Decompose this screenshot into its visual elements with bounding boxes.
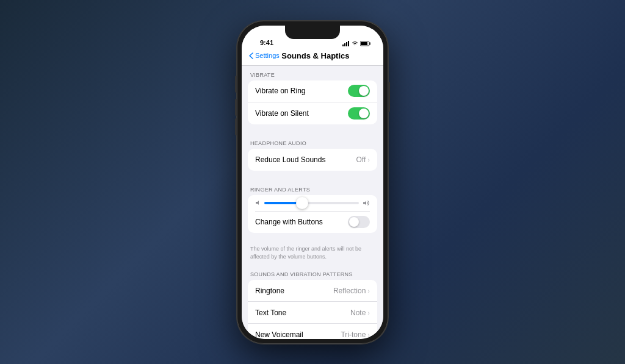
back-chevron-icon [249, 52, 253, 59]
svg-rect-1 [344, 43, 345, 46]
battery-icon [360, 41, 371, 46]
ringtone-value: Reflection [333, 287, 366, 295]
vibrate-silent-label: Vibrate on Silent [255, 109, 348, 118]
vibrate-silent-row[interactable]: Vibrate on Silent [248, 102, 377, 124]
text-tone-value: Note [350, 309, 366, 317]
change-buttons-row[interactable]: Change with Buttons [248, 211, 377, 233]
reduce-loud-row[interactable]: Reduce Loud Sounds Off › [248, 149, 377, 171]
new-voicemail-row[interactable]: New Voicemail Tri-tone › [248, 324, 377, 338]
change-buttons-toggle[interactable] [348, 216, 370, 228]
text-tone-chevron: › [367, 309, 370, 316]
ringer-section-header: RINGER AND ALERTS [242, 180, 383, 195]
svg-rect-3 [348, 41, 349, 46]
phone-screen: 9:41 [242, 26, 383, 339]
vibrate-ring-label: Vibrate on Ring [255, 87, 348, 95]
vibrate-silent-toggle[interactable] [348, 107, 370, 120]
toggle-thumb [349, 217, 359, 227]
nav-bar: Settings Sounds & Haptics [242, 49, 383, 66]
volume-low-icon [255, 200, 261, 205]
svg-rect-5 [361, 42, 367, 45]
new-voicemail-chevron: › [367, 331, 370, 338]
signal-icon [342, 41, 350, 46]
vibrate-section-header: VIBRATE [242, 66, 383, 80]
sounds-group: Ringtone Reflection › Text Tone Note › N… [248, 280, 377, 338]
text-tone-row[interactable]: Text Tone Note › [248, 302, 377, 324]
ringer-slider-row [248, 195, 377, 211]
svg-rect-2 [346, 42, 347, 46]
ringer-group: Change with Buttons [248, 195, 377, 234]
reduce-loud-chevron: › [367, 156, 370, 163]
status-icons [342, 41, 371, 46]
text-tone-label: Text Tone [255, 309, 350, 317]
ringer-slider-track[interactable] [264, 202, 359, 204]
vibrate-ring-toggle[interactable] [348, 85, 370, 97]
phone-notch [285, 26, 340, 39]
headphone-section-header: HEADPHONE AUDIO [242, 134, 383, 149]
reduce-loud-label: Reduce Loud Sounds [255, 155, 356, 164]
headphone-group: Reduce Loud Sounds Off › [248, 149, 377, 171]
change-buttons-label: Change with Buttons [255, 218, 348, 226]
sounds-section-header: SOUNDS AND VIBRATION PATTERNS [242, 265, 383, 280]
page-title: Sounds & Haptics [255, 51, 376, 60]
slider-thumb[interactable] [296, 197, 308, 209]
svg-marker-6 [256, 201, 259, 205]
svg-rect-0 [342, 45, 344, 46]
toggle-thumb [359, 86, 369, 96]
volume-high-icon [363, 200, 370, 206]
vibrate-group: Vibrate on Ring Vibrate on Silent [248, 80, 377, 124]
ringtone-row[interactable]: Ringtone Reflection › [248, 280, 377, 302]
ringtone-chevron: › [367, 287, 370, 294]
svg-marker-7 [363, 201, 366, 205]
new-voicemail-value: Tri-tone [341, 330, 366, 339]
ringtone-label: Ringtone [255, 287, 333, 295]
settings-content: VIBRATE Vibrate on Ring Vibrate on Silen… [242, 66, 383, 339]
ringer-info-text: The volume of the ringer and alerts will… [242, 243, 383, 265]
new-voicemail-label: New Voicemail [255, 330, 341, 339]
toggle-thumb [359, 109, 369, 118]
phone-device: 9:41 [237, 21, 388, 344]
reduce-loud-value: Off [356, 155, 366, 164]
vibrate-ring-row[interactable]: Vibrate on Ring [248, 80, 377, 102]
wifi-icon [352, 41, 358, 46]
status-time: 9:41 [260, 39, 273, 46]
